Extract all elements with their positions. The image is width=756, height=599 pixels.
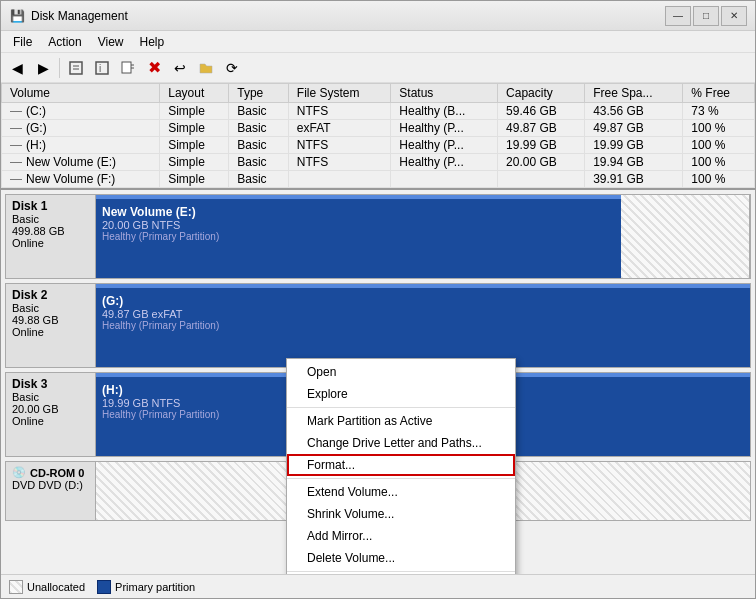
cdrom-info: 💿 CD-ROM 0 DVD DVD (D:) [6,462,96,520]
disk-3-type: Basic [12,391,89,403]
col-layout[interactable]: Layout [160,84,229,103]
info-button[interactable]: i [90,56,114,80]
disk-3-info: Disk 3 Basic 20.00 GB Online [6,373,96,456]
disk-2-row: Disk 2 Basic 49.88 GB Online (G:) 49.87 … [5,283,751,368]
menu-help[interactable]: Help [132,31,173,52]
cdrom-label: DVD (D:) [38,479,83,491]
table-cell: NTFS [288,154,390,171]
col-status[interactable]: Status [391,84,498,103]
table-cell: Simple [160,154,229,171]
col-capacity[interactable]: Capacity [498,84,585,103]
table-row[interactable]: —(G:)SimpleBasicexFATHealthy (P...49.87 … [2,120,755,137]
back-button[interactable]: ◀ [5,56,29,80]
legend-unallocated: Unallocated [9,580,85,594]
context-menu-item[interactable]: Change Drive Letter and Paths... [287,432,515,454]
table-cell: —(G:) [2,120,160,137]
table-cell: 100 % [683,171,755,188]
toolbar: ◀ ▶ i ✖ ↩ ⟳ [1,53,755,83]
context-menu-separator [287,407,515,408]
cdrom-name: CD-ROM 0 [30,467,84,479]
close-button[interactable]: ✕ [721,6,747,26]
context-menu-item[interactable]: Mark Partition as Active [287,410,515,432]
col-volume[interactable]: Volume [2,84,160,103]
maximize-button[interactable]: □ [693,6,719,26]
table-cell: 39.91 GB [585,171,683,188]
menu-action[interactable]: Action [40,31,89,52]
part-g-size: 49.87 GB exFAT [102,308,744,320]
context-menu-item[interactable]: Add Mirror... [287,525,515,547]
table-cell: Basic [229,154,289,171]
disk-1-info: Disk 1 Basic 499.88 GB Online [6,195,96,278]
menu-view[interactable]: View [90,31,132,52]
table-cell: 19.99 GB [585,137,683,154]
table-cell: Basic [229,120,289,137]
table-cell: NTFS [288,103,390,120]
svg-rect-5 [122,62,131,73]
context-menu-item[interactable]: Delete Volume... [287,547,515,569]
col-filesystem[interactable]: File System [288,84,390,103]
table-cell: Healthy (P... [391,137,498,154]
table-cell: 49.87 GB [585,120,683,137]
table-cell: 59.46 GB [498,103,585,120]
new-button[interactable] [116,56,140,80]
delete-button[interactable]: ✖ [142,56,166,80]
table-cell: Basic [229,137,289,154]
context-menu-separator [287,571,515,572]
legend-unallocated-label: Unallocated [27,581,85,593]
table-cell: 49.87 GB [498,120,585,137]
table-row[interactable]: —New Volume (E:)SimpleBasicNTFSHealthy (… [2,154,755,171]
main-content: Volume Layout Type File System Status Ca… [1,83,755,574]
minimize-button[interactable]: — [665,6,691,26]
context-menu-separator [287,478,515,479]
context-menu-item[interactable]: Format... [287,454,515,476]
disk-area: Disk 1 Basic 499.88 GB Online New Volume… [1,190,755,574]
volume-table[interactable]: Volume Layout Type File System Status Ca… [1,83,755,190]
table-cell: —(C:) [2,103,160,120]
disk-3-name: Disk 3 [12,377,89,391]
properties-button[interactable] [64,56,88,80]
svg-rect-0 [70,62,82,74]
table-row[interactable]: —(C:)SimpleBasicNTFSHealthy (B...59.46 G… [2,103,755,120]
table-cell: 20.00 GB [498,154,585,171]
table-row[interactable]: —(H:)SimpleBasicNTFSHealthy (P...19.99 G… [2,137,755,154]
menu-file[interactable]: File [5,31,40,52]
refresh-button[interactable]: ⟳ [220,56,244,80]
cdrom-type: DVD [12,479,35,491]
table-cell: —(H:) [2,137,160,154]
disk-3-size: 20.00 GB [12,403,89,415]
undo-button[interactable]: ↩ [168,56,192,80]
table-cell: —New Volume (E:) [2,154,160,171]
context-menu-item[interactable]: Open [287,361,515,383]
folder-button[interactable] [194,56,218,80]
context-menu-item[interactable]: Explore [287,383,515,405]
disk-1-unallocated [621,195,750,278]
table-cell: 100 % [683,154,755,171]
legend-primary: Primary partition [97,580,195,594]
part-g-health: Healthy (Primary Partition) [102,320,744,331]
disk-1-name: Disk 1 [12,199,89,213]
legend-unallocated-box [9,580,23,594]
table-cell: 43.56 GB [585,103,683,120]
col-freespace[interactable]: Free Spa... [585,84,683,103]
title-bar: 💾 Disk Management — □ ✕ [1,1,755,31]
disk-2-partition-g[interactable]: (G:) 49.87 GB exFAT Healthy (Primary Par… [96,284,750,367]
part-e-label: New Volume (E:) [102,205,615,219]
context-menu-item[interactable]: Extend Volume... [287,481,515,503]
context-menu: OpenExploreMark Partition as ActiveChang… [286,358,516,574]
window-title: Disk Management [31,9,665,23]
table-cell: Simple [160,171,229,188]
disk-1-partitions: New Volume (E:) 20.00 GB NTFS Healthy (P… [96,195,750,278]
forward-button[interactable]: ▶ [31,56,55,80]
menu-bar: File Action View Help [1,31,755,53]
col-type[interactable]: Type [229,84,289,103]
table-row[interactable]: —New Volume (F:)SimpleBasic39.91 GB100 % [2,171,755,188]
col-freepct[interactable]: % Free [683,84,755,103]
cdrom-icon: 💿 [12,466,26,479]
disk-2-status: Online [12,326,89,338]
disk-1-partition-e[interactable]: New Volume (E:) 20.00 GB NTFS Healthy (P… [96,195,621,278]
table-cell [288,171,390,188]
disk-1-status: Online [12,237,89,249]
context-menu-item[interactable]: Shrink Volume... [287,503,515,525]
svg-text:i: i [99,63,101,74]
disk-2-type: Basic [12,302,89,314]
